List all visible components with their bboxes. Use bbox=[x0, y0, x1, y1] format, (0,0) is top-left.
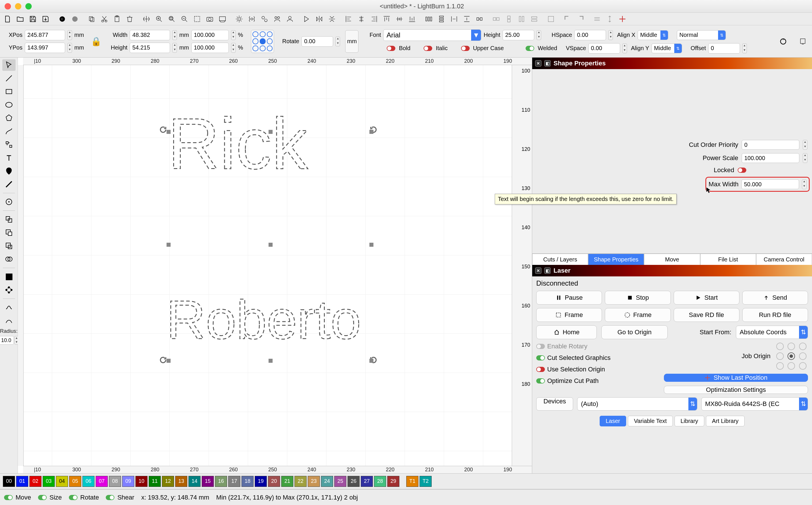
resize-handle[interactable] bbox=[166, 359, 170, 363]
zoom-out-icon[interactable] bbox=[179, 14, 190, 24]
device-settings-icon[interactable] bbox=[246, 14, 258, 24]
show-last-position-button[interactable]: Show Last Position bbox=[664, 374, 808, 382]
color-swatch[interactable]: 11 bbox=[149, 476, 161, 487]
redo-icon[interactable] bbox=[69, 14, 81, 24]
support-icon[interactable] bbox=[271, 14, 283, 24]
resize-handle[interactable] bbox=[269, 130, 273, 134]
align-top-icon[interactable] bbox=[381, 14, 392, 24]
resize-handle[interactable] bbox=[369, 130, 374, 134]
offset-shapes-icon[interactable] bbox=[2, 214, 16, 225]
line-tool-icon[interactable] bbox=[2, 72, 16, 84]
color-swatch[interactable]: 04 bbox=[56, 476, 68, 487]
corner-tr-icon[interactable] bbox=[574, 14, 586, 24]
resize-handle[interactable] bbox=[166, 243, 170, 247]
align-left-icon[interactable] bbox=[343, 14, 355, 24]
color-swatch[interactable]: 24 bbox=[321, 476, 333, 487]
settings-icon[interactable] bbox=[233, 14, 245, 24]
power-scale-input[interactable] bbox=[742, 153, 799, 163]
shape-tab[interactable]: Shape Properties bbox=[588, 254, 644, 265]
color-swatch[interactable]: 18 bbox=[242, 476, 254, 487]
measure-tool-icon[interactable] bbox=[2, 178, 16, 190]
vspace-input[interactable] bbox=[588, 43, 620, 53]
port-select[interactable]: (Auto)⇅ bbox=[577, 397, 697, 410]
laser-tab[interactable]: Library bbox=[675, 416, 704, 427]
weld-icon[interactable] bbox=[2, 254, 16, 265]
run-icon[interactable] bbox=[301, 14, 312, 24]
save-rd-button[interactable]: Save RD file bbox=[674, 308, 739, 322]
xpos-stepper[interactable]: ▲▼ bbox=[67, 30, 72, 40]
laser-tab[interactable]: Laser bbox=[599, 416, 626, 427]
align-right-icon[interactable] bbox=[368, 14, 380, 24]
color-swatch[interactable]: 13 bbox=[175, 476, 187, 487]
offset-tool-icon[interactable] bbox=[591, 14, 603, 24]
canvas-text-1[interactable]: Rick bbox=[168, 106, 398, 192]
color-swatch[interactable]: 05 bbox=[69, 476, 81, 487]
path-text-icon[interactable] bbox=[2, 315, 16, 327]
send-icon[interactable] bbox=[797, 36, 809, 47]
alignx-select[interactable]: Middle⇅ bbox=[638, 30, 668, 40]
gears-icon[interactable] bbox=[259, 14, 270, 24]
grid-array-icon[interactable] bbox=[2, 271, 16, 283]
rotate-input[interactable] bbox=[301, 36, 333, 47]
color-swatch[interactable]: 16 bbox=[215, 476, 227, 487]
color-swatch[interactable]: 08 bbox=[109, 476, 121, 487]
pan-icon[interactable] bbox=[141, 14, 152, 24]
distribute-h2-icon[interactable] bbox=[448, 14, 460, 24]
snap-shear-toggle[interactable] bbox=[106, 495, 114, 500]
zoom-in-icon[interactable] bbox=[153, 14, 165, 24]
color-swatch[interactable]: 26 bbox=[348, 476, 360, 487]
color-swatch[interactable]: 03 bbox=[43, 476, 55, 487]
go-to-origin-button[interactable]: Go to Origin bbox=[601, 325, 668, 339]
uppercase-toggle[interactable] bbox=[461, 46, 470, 51]
tool-layer-swatch[interactable]: T2 bbox=[420, 476, 432, 487]
resize-handle[interactable] bbox=[166, 130, 170, 134]
color-swatch[interactable]: 14 bbox=[188, 476, 200, 487]
circle-centered-icon[interactable] bbox=[2, 196, 16, 208]
devices-button[interactable]: Devices bbox=[536, 397, 573, 410]
2row-icon[interactable] bbox=[528, 14, 540, 24]
shape-tab[interactable]: File List bbox=[700, 254, 756, 265]
ellipse-tool-icon[interactable] bbox=[2, 99, 16, 111]
arrange-icon[interactable] bbox=[545, 14, 557, 24]
frame-selection-icon[interactable] bbox=[191, 14, 203, 24]
color-swatch[interactable]: 07 bbox=[96, 476, 108, 487]
undock-panel-icon[interactable]: ◧ bbox=[544, 60, 551, 66]
color-swatch[interactable]: 19 bbox=[255, 476, 267, 487]
stop-button[interactable]: Stop bbox=[605, 291, 671, 305]
close-panel-icon[interactable]: ✕ bbox=[535, 268, 541, 274]
snap-size-toggle[interactable] bbox=[38, 495, 47, 500]
pause-button[interactable]: Pause bbox=[536, 291, 602, 305]
delete-icon[interactable] bbox=[124, 14, 135, 24]
machine-select[interactable]: MX80-Ruida 6442S-B (EC⇅ bbox=[701, 397, 808, 410]
tool-layer-swatch[interactable]: T1 bbox=[406, 476, 418, 487]
bold-toggle[interactable] bbox=[387, 46, 395, 51]
welded-toggle[interactable] bbox=[526, 46, 534, 51]
bezier-tool-icon[interactable] bbox=[2, 126, 16, 137]
color-swatch[interactable]: 29 bbox=[387, 476, 399, 487]
radial-array-icon[interactable] bbox=[2, 284, 16, 296]
color-swatch[interactable]: 10 bbox=[135, 476, 148, 487]
optimize-cut-toggle[interactable] bbox=[536, 378, 545, 383]
cut-selected-toggle[interactable] bbox=[536, 355, 545, 360]
frame-circle-button[interactable]: Frame bbox=[605, 308, 671, 322]
save-icon[interactable] bbox=[27, 14, 39, 24]
align-bottom-icon[interactable] bbox=[406, 14, 418, 24]
trace-icon[interactable] bbox=[2, 302, 16, 313]
locked-toggle[interactable] bbox=[738, 168, 746, 173]
color-swatch[interactable]: 06 bbox=[83, 476, 95, 487]
canvas-text-2[interactable]: Roberto bbox=[166, 284, 426, 370]
color-swatch[interactable]: 12 bbox=[162, 476, 174, 487]
dock-h-icon[interactable] bbox=[491, 14, 502, 24]
node-edit-tool-icon[interactable] bbox=[2, 139, 16, 150]
frame-rect-button[interactable]: Frame bbox=[536, 308, 602, 322]
mirror-h-icon[interactable] bbox=[313, 14, 325, 24]
new-icon[interactable] bbox=[2, 14, 13, 24]
ypos-input[interactable] bbox=[25, 43, 65, 53]
move-together-icon[interactable] bbox=[474, 14, 485, 24]
2col-icon[interactable] bbox=[516, 14, 527, 24]
distribute-v-icon[interactable] bbox=[436, 14, 447, 24]
align-center-v-icon[interactable] bbox=[394, 14, 405, 24]
canvas-area[interactable]: |10300290280270260250240230220210200190 … bbox=[18, 57, 532, 473]
ypos-stepper[interactable]: ▲▼ bbox=[67, 43, 72, 53]
polygon-tool-icon[interactable] bbox=[2, 112, 16, 124]
